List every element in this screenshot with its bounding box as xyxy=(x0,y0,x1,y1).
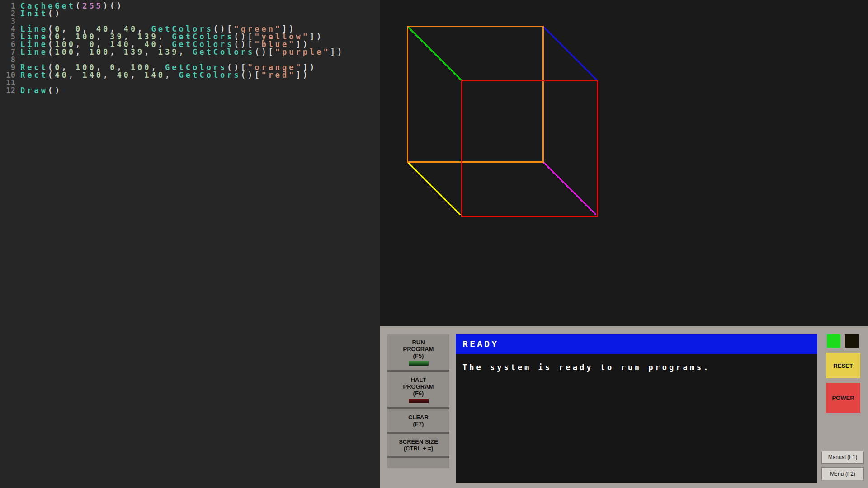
status-title: READY xyxy=(456,334,817,354)
status-message: The system is ready to run programs. xyxy=(456,354,817,372)
line-number: 10 xyxy=(0,70,15,78)
button-label-line: (F5) xyxy=(413,352,424,359)
line-number: 4 xyxy=(0,24,15,32)
button-label-line: CLEAR xyxy=(408,414,429,421)
line-number: 3 xyxy=(0,17,15,24)
run-led xyxy=(827,334,840,348)
button-label-line: HALT xyxy=(411,376,426,383)
code-editor[interactable]: 1CacheGet(255)()2Init()34Line(0, 0, 40, … xyxy=(0,0,380,488)
code-text: Line(100, 100, 139, 139, GetColors()["pu… xyxy=(20,47,344,55)
code-text: Rect(40, 140, 40, 140, GetColors()["red"… xyxy=(20,70,310,78)
reset-button[interactable]: RESET xyxy=(826,353,860,378)
power-button[interactable]: POWER xyxy=(826,383,860,413)
code-text: Rect(0, 100, 0, 100, GetColors()["orange… xyxy=(20,63,316,70)
code-text: Draw() xyxy=(20,86,61,94)
halt-program-led-strip xyxy=(409,399,429,403)
line-number: 8 xyxy=(0,55,15,63)
menu-button[interactable]: Menu (F2) xyxy=(821,467,864,480)
code-line: 1CacheGet(255)() xyxy=(0,1,380,9)
spare-button[interactable] xyxy=(387,458,449,468)
code-text: CacheGet(255)() xyxy=(20,1,124,9)
code-line: 4Line(0, 0, 40, 40, GetColors()["green"]… xyxy=(0,24,380,32)
button-label-line: PROGRAM xyxy=(403,383,434,390)
purple-line xyxy=(543,162,596,215)
code-line: 9Rect(0, 100, 0, 100, GetColors()["orang… xyxy=(0,63,380,70)
button-column: RUNPROGRAM(F5)HALTPROGRAM(F6)CLEAR(F7)SC… xyxy=(387,334,449,468)
button-label-line: PROGRAM xyxy=(403,346,434,352)
manual-button[interactable]: Manual (F1) xyxy=(821,451,864,464)
line-number: 7 xyxy=(0,47,15,55)
line-number: 5 xyxy=(0,32,15,40)
blue-line xyxy=(543,27,598,81)
yellow-line xyxy=(408,162,461,215)
status-display: READY The system is ready to run program… xyxy=(456,334,817,483)
drawing-canvas xyxy=(407,26,598,217)
button-label-line: (F6) xyxy=(413,390,424,397)
control-panel: RUNPROGRAM(F5)HALTPROGRAM(F6)CLEAR(F7)SC… xyxy=(380,326,868,488)
line-number: 6 xyxy=(0,40,15,47)
line-number: 11 xyxy=(0,78,15,86)
code-text: Line(0, 100, 39, 139, GetColors()["yello… xyxy=(20,32,324,40)
code-line: 7Line(100, 100, 139, 139, GetColors()["p… xyxy=(0,47,380,55)
button-label-line: SCREEN SIZE xyxy=(399,438,438,445)
line-number: 1 xyxy=(0,1,15,9)
code-text: Init() xyxy=(20,9,61,17)
code-line: 5Line(0, 100, 39, 139, GetColors()["yell… xyxy=(0,32,380,40)
button-label-line: (F7) xyxy=(413,421,424,427)
display-screen xyxy=(380,0,868,326)
line-number: 12 xyxy=(0,86,15,94)
green-line xyxy=(408,27,462,81)
code-line: 10Rect(40, 140, 40, 140, GetColors()["re… xyxy=(0,70,380,78)
halt-led xyxy=(845,334,859,348)
code-text: Line(100, 0, 140, 40, GetColors()["blue"… xyxy=(20,40,310,47)
screen-size-button[interactable]: SCREEN SIZE(CTRL + =) xyxy=(387,434,449,456)
run-program-led-strip xyxy=(409,361,429,366)
code-text: Line(0, 0, 40, 40, GetColors()["green"]) xyxy=(20,24,296,32)
button-label-line: (CTRL + =) xyxy=(404,445,434,452)
app-root: 1CacheGet(255)()2Init()34Line(0, 0, 40, … xyxy=(0,0,868,488)
button-label-line: RUN xyxy=(412,339,425,346)
halt-program-button[interactable]: HALTPROGRAM(F6) xyxy=(387,372,449,407)
code-line: 2Init() xyxy=(0,9,380,17)
run-program-button[interactable]: RUNPROGRAM(F5) xyxy=(387,334,449,370)
line-number: 9 xyxy=(0,63,15,70)
line-number: 2 xyxy=(0,9,15,17)
clear-button[interactable]: CLEAR(F7) xyxy=(387,409,449,432)
code-line: 12Draw() xyxy=(0,86,380,94)
